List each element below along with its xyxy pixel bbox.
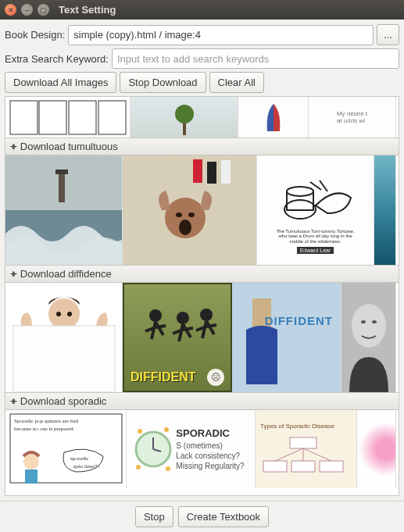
tortoise-drum-icon — [273, 166, 359, 229]
svg-point-17 — [179, 220, 191, 235]
thumbnail[interactable]: Types of Sporadic Disease — [256, 410, 357, 488]
svg-point-29 — [177, 312, 189, 324]
svg-text:because no one is prepared.: because no one is prepared. — [14, 426, 74, 432]
svg-point-34 — [361, 320, 366, 323]
thumbnail[interactable]: Sporadic pop quizzes are bad because no … — [5, 410, 127, 488]
thumbnail[interactable] — [123, 155, 257, 265]
thumbnail[interactable] — [357, 410, 396, 488]
section-header-diffidence[interactable]: + + Download diffidence — [5, 265, 399, 283]
split-shape-icon — [258, 100, 289, 135]
svg-point-35 — [372, 320, 377, 323]
book-design-input[interactable] — [68, 25, 374, 45]
download-all-button[interactable]: Download All Images — [5, 72, 116, 93]
running-figures-icon — [136, 304, 222, 366]
section-header-sporadic[interactable]: + + Download sporadic — [5, 392, 399, 410]
svg-line-56 — [303, 448, 331, 461]
svg-point-5 — [175, 105, 194, 123]
svg-rect-0 — [10, 101, 38, 134]
titlebar: ✕ – ▢ Text Setting — [0, 0, 404, 20]
diffident-label: DIFFIDENT — [130, 370, 196, 384]
thumbnail[interactable]: DIFFIDENT ☹ — [123, 283, 232, 392]
svg-point-33 — [352, 304, 386, 348]
svg-text:sporadic: sporadic — [70, 455, 89, 462]
thumbnail[interactable] — [238, 97, 309, 137]
sporadic-types-label: Types of Sporadic Disease — [260, 423, 334, 430]
thumbnail[interactable] — [5, 97, 130, 137]
thumbnail[interactable]: The Tumultuous Tom-tommy Tortoise,who be… — [257, 155, 374, 265]
close-icon[interactable]: ✕ — [5, 4, 16, 16]
tree-icon — [169, 100, 200, 135]
thumbnail[interactable] — [130, 97, 238, 137]
book-design-label: Book Design: — [5, 29, 65, 41]
svg-point-16 — [188, 212, 195, 217]
svg-rect-1 — [39, 101, 66, 134]
thumbnail[interactable] — [374, 155, 396, 265]
svg-rect-2 — [69, 101, 96, 134]
section-label: + Download sporadic — [12, 395, 107, 407]
svg-rect-50 — [290, 437, 316, 448]
section-label: + Download diffidence — [12, 268, 112, 280]
section-label: + Download tumultuous — [12, 141, 118, 152]
browse-button[interactable]: ... — [377, 24, 399, 45]
svg-rect-53 — [320, 461, 343, 472]
svg-rect-27 — [13, 326, 115, 392]
stop-download-button[interactable]: Stop Download — [120, 72, 206, 93]
lighthouse-waves-icon — [5, 155, 122, 265]
portrait-icon — [341, 283, 395, 392]
svg-rect-3 — [98, 101, 126, 134]
comic-strip-icon — [9, 100, 127, 135]
svg-rect-40 — [25, 470, 38, 484]
svg-rect-8 — [59, 171, 65, 202]
maximize-icon[interactable]: ▢ — [38, 4, 49, 16]
sporadic-title: SPORADIC — [176, 427, 244, 441]
svg-text:Sporadic pop quizzes are bad: Sporadic pop quizzes are bad — [14, 418, 79, 424]
comic-panel-icon: Sporadic pop quizzes are bad because no … — [9, 413, 123, 484]
svg-point-28 — [149, 309, 162, 322]
image-gallery[interactable]: My desire tat odds wi + + Download tumul… — [5, 96, 399, 496]
thumbnail[interactable] — [341, 283, 396, 392]
thumbnail[interactable]: My desire tat odds wi — [309, 97, 396, 137]
svg-rect-13 — [221, 160, 231, 184]
svg-point-20 — [287, 187, 313, 196]
thumbnail[interactable]: DIFFIDENT — [232, 283, 341, 392]
diffident-label: DIFFIDENT — [265, 314, 333, 327]
minimize-icon[interactable]: – — [21, 4, 33, 16]
thumbnail[interactable] — [5, 283, 123, 392]
sporadic-lines: S (ometimes) Lack consistency? Missing R… — [176, 441, 244, 471]
svg-line-54 — [275, 448, 303, 461]
svg-rect-9 — [55, 170, 68, 174]
svg-point-26 — [67, 312, 72, 316]
svg-rect-52 — [291, 461, 315, 472]
section-header-tumultuous[interactable]: + + Download tumultuous — [5, 137, 399, 155]
clock-icon — [134, 422, 173, 477]
svg-point-48 — [136, 465, 141, 470]
thumbnail[interactable] — [5, 155, 123, 265]
bag-head-icon — [238, 298, 285, 384]
peeking-person-icon — [5, 283, 122, 392]
create-textbook-button[interactable]: Create Textbook — [178, 506, 269, 527]
svg-point-24 — [48, 298, 80, 330]
svg-point-46 — [138, 429, 142, 434]
clear-all-button[interactable]: Clear All — [209, 72, 264, 93]
svg-point-39 — [23, 454, 39, 470]
thumbnail[interactable]: SPORADIC S (ometimes) Lack consistency? … — [127, 410, 256, 488]
svg-point-47 — [164, 427, 169, 432]
svg-rect-51 — [263, 461, 287, 472]
svg-point-49 — [166, 466, 170, 471]
extra-keyword-input[interactable] — [112, 48, 399, 69]
svg-point-15 — [176, 212, 182, 217]
svg-rect-12 — [207, 162, 216, 184]
crowd-icon — [123, 155, 256, 265]
svg-point-25 — [56, 312, 61, 316]
diagram-icon — [260, 430, 346, 477]
svg-point-30 — [200, 309, 213, 321]
window-title: Text Setting — [59, 4, 116, 16]
svg-text:quiz time!!!: quiz time!!! — [73, 463, 99, 470]
stop-button[interactable]: Stop — [135, 506, 173, 527]
svg-rect-11 — [193, 159, 202, 183]
extra-keyword-label: Extra Search Keyword: — [5, 53, 109, 65]
